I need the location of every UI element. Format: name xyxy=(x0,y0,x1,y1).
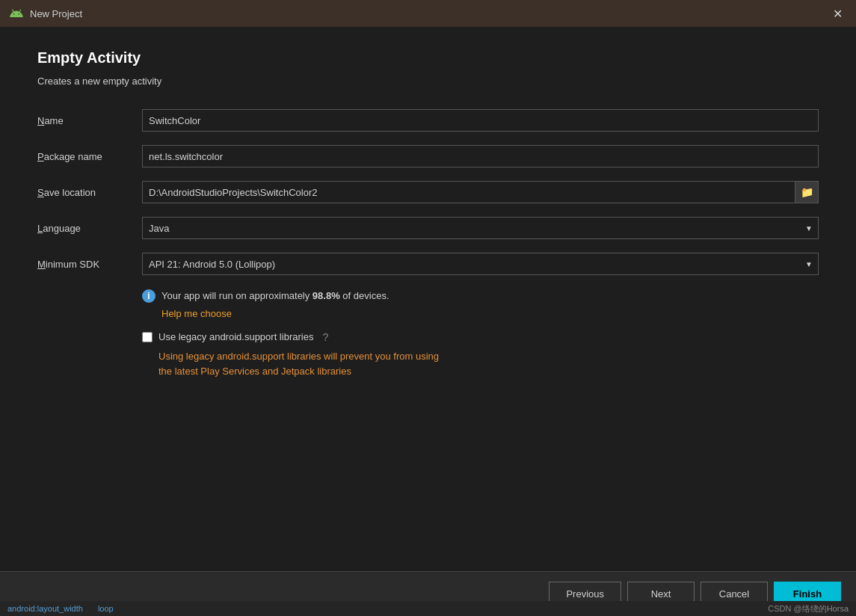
percentage-text: 98.8% xyxy=(312,290,340,301)
info-text: Your app will run on approximately 98.8%… xyxy=(161,289,389,304)
name-input[interactable] xyxy=(142,109,819,132)
minimum-sdk-label: Minimum SDK xyxy=(37,259,142,270)
name-row: Name xyxy=(37,109,819,132)
name-label: Name xyxy=(37,115,142,126)
minimum-sdk-select-wrapper: API 21: Android 5.0 (Lollipop) API 23: A… xyxy=(142,253,819,275)
bottom-bar-text1: android:layout_width xyxy=(7,604,83,613)
legacy-checkbox-label: Use legacy android.support libraries xyxy=(158,331,313,342)
package-name-row: Package name xyxy=(37,145,819,167)
save-location-label: Save location xyxy=(37,187,142,198)
save-location-wrapper: 📁 xyxy=(142,181,819,203)
package-name-label: Package name xyxy=(37,151,142,162)
package-name-input[interactable] xyxy=(142,145,819,167)
dialog-title-bar: New Project xyxy=(30,8,82,19)
dialog-subtitle: Creates a new empty activity xyxy=(37,76,819,87)
dialog-content: Empty Activity Creates a new empty activ… xyxy=(0,27,856,571)
legacy-checkbox-row: Use legacy android.support libraries ? xyxy=(142,331,819,343)
info-icon: i xyxy=(142,289,156,303)
minimum-sdk-row: Minimum SDK API 21: Android 5.0 (Lollipo… xyxy=(37,253,819,275)
help-me-choose-link[interactable]: Help me choose xyxy=(161,308,232,319)
minimum-sdk-select[interactable]: API 21: Android 5.0 (Lollipop) API 23: A… xyxy=(142,253,819,275)
legacy-checkbox[interactable] xyxy=(142,332,153,342)
legacy-warning-text: Using legacy android.support libraries w… xyxy=(158,349,819,381)
bottom-bar-text2: loop xyxy=(98,604,114,613)
save-location-input[interactable] xyxy=(142,181,795,203)
bottom-bar: android:layout_width loop CSDN @络绕的Horsa xyxy=(0,601,856,616)
legacy-checkbox-section: Use legacy android.support libraries ? U… xyxy=(142,331,819,381)
help-question-icon[interactable]: ? xyxy=(322,331,328,343)
watermark-text: CSDN @络绕的Horsa xyxy=(768,603,849,615)
language-select[interactable]: Java Kotlin xyxy=(142,217,819,239)
language-select-wrapper: Java Kotlin ▼ xyxy=(142,217,819,239)
folder-icon: 📁 xyxy=(801,186,813,198)
empty-activity-title: Empty Activity xyxy=(37,49,819,67)
language-row: Language Java Kotlin ▼ xyxy=(37,217,819,239)
info-row: i Your app will run on approximately 98.… xyxy=(142,289,819,304)
language-label: Language xyxy=(37,223,142,234)
info-section: i Your app will run on approximately 98.… xyxy=(142,289,819,319)
android-logo-icon xyxy=(9,6,24,21)
browse-folder-button[interactable]: 📁 xyxy=(795,181,819,203)
title-bar: New Project ✕ xyxy=(0,0,856,27)
save-location-row: Save location 📁 xyxy=(37,181,819,203)
title-bar-left: New Project xyxy=(9,6,82,21)
close-button[interactable]: ✕ xyxy=(828,5,847,22)
